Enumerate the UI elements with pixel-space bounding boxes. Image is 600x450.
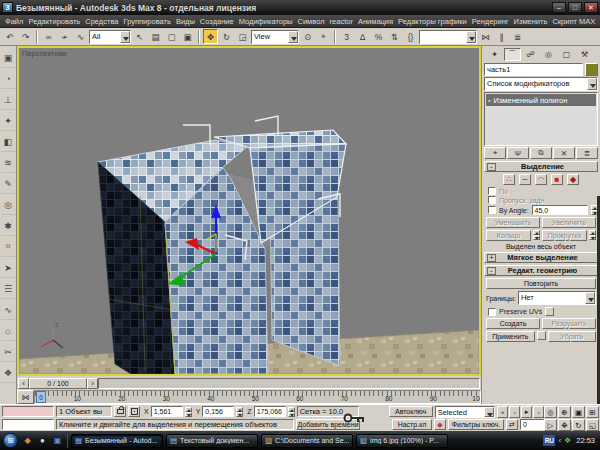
taskbar-task-notepad[interactable]: ▤Текстовый докумен... xyxy=(166,434,258,448)
tray-expand-arrow[interactable]: ‹ xyxy=(558,436,561,445)
zoom-extents-button[interactable]: ▣ xyxy=(572,406,585,418)
z-coordinate-field[interactable]: 175,066 xyxy=(254,406,286,417)
menu-item[interactable]: Рендеринг xyxy=(472,17,509,26)
go-to-start-button[interactable]: « xyxy=(497,406,508,418)
ring-button[interactable]: Кольцо xyxy=(486,230,531,241)
taskbar-task-explorer[interactable]: ▥C:\Documents and Se... xyxy=(261,434,353,448)
viewport-label[interactable]: Перспектива xyxy=(22,49,67,58)
quick-launch-button-1[interactable]: ◆ xyxy=(21,434,34,447)
collapse-icon[interactable]: - xyxy=(487,267,496,275)
track-bar-ruler[interactable]: 0 102030405060708090100 xyxy=(34,390,481,404)
subobject-edge-button[interactable]: ∽ xyxy=(519,174,531,185)
rollout-edit-geometry-header[interactable]: - Редакт. геометрию xyxy=(484,265,598,276)
chevron-down-icon[interactable] xyxy=(587,78,597,90)
y-coordinate-spinner[interactable] xyxy=(236,407,243,417)
tab-modify[interactable]: ⌒ xyxy=(504,48,521,61)
align-button[interactable]: ∥ xyxy=(494,29,509,44)
attach-settings-button[interactable] xyxy=(537,331,546,340)
select-and-link-button[interactable]: ∞ xyxy=(41,29,56,44)
left-tool-button-1[interactable]: ▣ xyxy=(1,48,16,68)
left-tool-button-16[interactable]: ❖ xyxy=(1,363,16,383)
zoom-all-button[interactable]: ⊕ xyxy=(558,406,571,418)
ring-spinner[interactable] xyxy=(533,230,540,240)
angle-snap-toggle-button[interactable]: ∆ xyxy=(355,29,370,44)
auto-key-button[interactable]: Автоключ xyxy=(389,406,433,417)
zoom-extents-all-button[interactable]: ⊞ xyxy=(586,406,599,418)
time-slider-track[interactable] xyxy=(98,378,480,389)
menu-item[interactable]: reactor xyxy=(330,17,353,26)
select-and-move-button[interactable]: ✥ xyxy=(203,29,218,44)
create-button[interactable]: Создать xyxy=(486,318,540,329)
taskbar-task-image-viewer[interactable]: ▧img 6.jpg (100%) - P... xyxy=(356,434,448,448)
keyboard-shortcut-override-toggle[interactable] xyxy=(343,408,367,428)
mirror-button[interactable]: ⋈ xyxy=(478,29,493,44)
menu-item[interactable]: Символ xyxy=(298,17,325,26)
chevron-down-icon[interactable] xyxy=(585,292,595,304)
make-unique-button[interactable]: ⧉ xyxy=(530,147,552,159)
tab-motion[interactable]: ◎ xyxy=(540,48,557,61)
pan-view-button[interactable]: ✥ xyxy=(558,419,571,431)
menu-item[interactable]: Создание xyxy=(200,17,234,26)
rollout-selection-header[interactable]: - Выделение xyxy=(484,161,598,172)
use-pivot-point-center-button[interactable]: ⊙ xyxy=(300,29,315,44)
left-tool-button-12[interactable]: ☰ xyxy=(1,279,16,299)
tab-display[interactable]: ▢ xyxy=(558,48,575,61)
key-icon[interactable]: ◆ xyxy=(434,419,446,430)
time-slider-prev-button[interactable]: ‹ xyxy=(18,378,29,389)
select-object-button[interactable]: ↖ xyxy=(132,29,147,44)
y-coordinate-field[interactable]: 0,156 xyxy=(202,406,234,417)
left-tool-button-2[interactable]: ◔ xyxy=(1,69,16,89)
by-vertex-checkbox[interactable] xyxy=(488,187,496,195)
selected-set-dropdown[interactable]: Selected xyxy=(435,406,495,418)
select-and-scale-button[interactable]: ◲ xyxy=(235,29,250,44)
language-indicator[interactable]: RU xyxy=(543,435,555,446)
chevron-down-icon[interactable] xyxy=(288,31,298,43)
window-crossing-toggle-button[interactable]: ▣ xyxy=(180,29,195,44)
menu-item[interactable]: Файл xyxy=(5,17,23,26)
time-slider-thumb[interactable]: 0 / 100 xyxy=(29,378,87,389)
z-coordinate-spinner[interactable] xyxy=(288,407,295,417)
left-tool-button-15[interactable]: ✂ xyxy=(1,342,16,362)
reference-coordinate-system-dropdown[interactable]: View xyxy=(251,30,299,44)
arc-rotate-button[interactable]: ↻ xyxy=(572,419,585,431)
left-tool-button-7[interactable]: ✎ xyxy=(1,174,16,194)
close-button[interactable]: ✕ xyxy=(584,2,598,13)
left-tool-button-5[interactable]: ◧ xyxy=(1,132,16,152)
play-animation-button[interactable]: ► xyxy=(521,406,532,418)
left-tool-button-4[interactable]: ✦ xyxy=(1,111,16,131)
shrink-button[interactable]: Уменьшить xyxy=(486,217,540,228)
left-tool-button-9[interactable]: ✱ xyxy=(1,216,16,236)
absolute-offset-toggle[interactable] xyxy=(128,406,140,417)
x-coordinate-spinner[interactable] xyxy=(185,407,192,417)
menu-item[interactable]: Редакторы графики xyxy=(398,17,467,26)
menu-item[interactable]: Изменить xyxy=(514,17,548,26)
select-by-name-button[interactable]: ▤ xyxy=(148,29,163,44)
object-name-field[interactable]: часть1 xyxy=(484,63,583,76)
subobject-polygon-button[interactable]: ■ xyxy=(551,174,563,185)
subobject-border-button[interactable]: ◠ xyxy=(535,174,547,185)
loop-spinner[interactable] xyxy=(589,230,596,240)
set-key-settings-button[interactable]: Настр.кл xyxy=(392,419,432,430)
preserve-uvs-checkbox[interactable] xyxy=(488,308,496,316)
by-angle-field[interactable]: 45,0 xyxy=(532,205,588,215)
selection-filter-dropdown[interactable]: All xyxy=(89,30,131,44)
subobject-element-button[interactable]: ◆ xyxy=(567,174,579,185)
left-tool-button-14[interactable]: ⌂ xyxy=(1,321,16,341)
collapse-button[interactable]: Разрушить xyxy=(542,318,596,329)
detach-button[interactable]: Убрать xyxy=(548,331,597,342)
select-and-manipulate-button[interactable]: ⌖ xyxy=(316,29,331,44)
modifier-stack-item[interactable]: ▪ Измененный полигон xyxy=(486,94,596,106)
left-tool-button-3[interactable]: ⊥ xyxy=(1,90,16,110)
current-frame-marker[interactable]: 0 xyxy=(36,391,46,403)
redo-button[interactable]: ↷ xyxy=(18,29,33,44)
start-button[interactable]: ⊞ xyxy=(3,433,18,448)
maximize-viewport-toggle-button[interactable]: ◱ xyxy=(586,419,599,431)
repeat-last-button[interactable]: Повторить xyxy=(486,278,596,289)
left-tool-button-8[interactable]: ◎ xyxy=(1,195,16,215)
x-coordinate-field[interactable]: 1,561 xyxy=(151,406,183,417)
minimize-button[interactable]: – xyxy=(552,2,566,13)
selection-lock-toggle[interactable] xyxy=(114,406,126,417)
percent-snap-toggle-button[interactable]: % xyxy=(371,29,386,44)
unlink-selection-button[interactable]: ≁ xyxy=(57,29,72,44)
restore-button[interactable]: □ xyxy=(568,2,582,13)
